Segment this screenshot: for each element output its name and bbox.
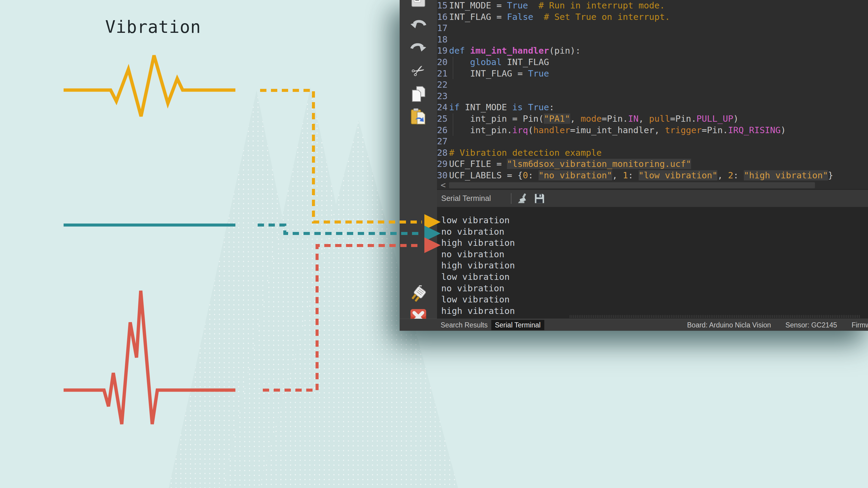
save-icon [409, 0, 427, 12]
serial-terminal-output[interactable]: low vibrationno vibrationhigh vibrationn… [437, 207, 868, 319]
code-line: 25 int_pin = Pin("PA1", mode=Pin.IN, pul… [437, 113, 868, 125]
line-number: 24 [437, 102, 447, 113]
undo-icon [409, 18, 427, 36]
low-vibration-waveform [64, 56, 236, 116]
terminal-scrollbar[interactable] [569, 315, 861, 318]
code-editor[interactable]: 15INT_MODE = True # Run in interrupt mod… [437, 0, 868, 181]
editor-toolbar: ✂ [400, 0, 437, 331]
code-line: 23 [437, 91, 868, 102]
code-line: 15INT_MODE = True # Run in interrupt mod… [437, 0, 868, 11]
sensor-label: Sensor: GC2145 [785, 321, 837, 329]
copy-button[interactable] [409, 85, 427, 103]
save-button[interactable] [409, 0, 427, 12]
line-number: 26 [437, 125, 447, 136]
line-number: 27 [437, 136, 447, 147]
terminal-line: high vibration [441, 237, 868, 249]
scroll-left-arrow[interactable]: < [441, 180, 446, 190]
page-title: Vibration [105, 17, 201, 37]
code-line: 17 [437, 23, 868, 34]
plug-icon [409, 285, 427, 303]
terminal-line: low vibration [441, 215, 868, 226]
ide-window: ✂ [400, 0, 868, 331]
paste-button[interactable] [409, 108, 427, 126]
header-divider [511, 193, 512, 204]
line-number: 16 [437, 11, 447, 23]
terminal-line: low vibration [441, 271, 868, 283]
code-line: 26 int_pin.irq(handler=imu_int_handler, … [437, 125, 868, 136]
line-number: 21 [437, 68, 447, 79]
line-number: 17 [437, 23, 447, 34]
code-line: 28# Vibration detection example [437, 147, 868, 159]
line-number: 22 [437, 79, 447, 91]
redo-button[interactable] [409, 41, 427, 59]
terminal-line: no vibration [441, 226, 868, 238]
line-number: 19 [437, 45, 447, 57]
status-bar: Search Results Serial Terminal Board: Ar… [400, 319, 868, 331]
code-line: 22 [437, 79, 868, 91]
firmware-label: Firmw [851, 321, 868, 329]
tab-serial-terminal[interactable]: Serial Terminal [491, 320, 544, 330]
terminal-line: high vibration [441, 260, 868, 271]
code-line: 16INT_FLAG = False # Set True on interru… [437, 11, 868, 23]
code-line: 21 INT_FLAG = True [437, 68, 868, 79]
scissors-icon: ✂ [408, 60, 429, 82]
horizontal-scrollbar: < [437, 181, 868, 189]
line-number: 25 [437, 113, 447, 125]
terminal-line: low vibration [441, 294, 868, 305]
terminal-line: no vibration [441, 283, 868, 294]
serial-terminal-header: Serial Terminal [437, 190, 868, 207]
paste-icon [409, 108, 427, 126]
clear-terminal-button[interactable] [517, 193, 528, 204]
line-number: 30 [437, 170, 447, 181]
code-line: 29UCF_FILE = "lsm6dsox_vibration_monitor… [437, 158, 868, 170]
floppy-icon [534, 193, 545, 204]
code-line: 27 [437, 136, 868, 147]
scrollbar-thumb[interactable] [449, 182, 815, 188]
line-number: 23 [437, 91, 447, 102]
undo-button[interactable] [409, 18, 427, 36]
line-number: 28 [437, 147, 447, 159]
save-log-button[interactable] [534, 193, 545, 204]
connect-button[interactable] [409, 285, 427, 303]
line-number: 15 [437, 0, 447, 11]
status-info: Board: Arduino Nicla Vision Sensor: GC21… [687, 321, 868, 329]
board-label: Board: Arduino Nicla Vision [687, 321, 771, 329]
line-number: 18 [437, 34, 447, 45]
serial-terminal-title: Serial Terminal [441, 194, 491, 203]
tab-search-results[interactable]: Search Results [437, 320, 491, 330]
terminal-line: no vibration [441, 249, 868, 260]
code-line: 24if INT_MODE is True: [437, 102, 868, 113]
redo-icon [409, 41, 427, 59]
code-line: 19def imu_int_handler(pin): [437, 45, 868, 57]
brush-icon [517, 193, 528, 204]
line-number: 29 [437, 158, 447, 170]
cut-button[interactable]: ✂ [409, 62, 427, 80]
code-line: 20 global INT_FLAG [437, 57, 868, 68]
line-number: 20 [437, 57, 447, 68]
copy-icon [409, 85, 427, 103]
code-line: 30UCF_LABELS = {0: "no vibration", 1: "l… [437, 170, 868, 181]
code-line: 18 [437, 34, 868, 45]
